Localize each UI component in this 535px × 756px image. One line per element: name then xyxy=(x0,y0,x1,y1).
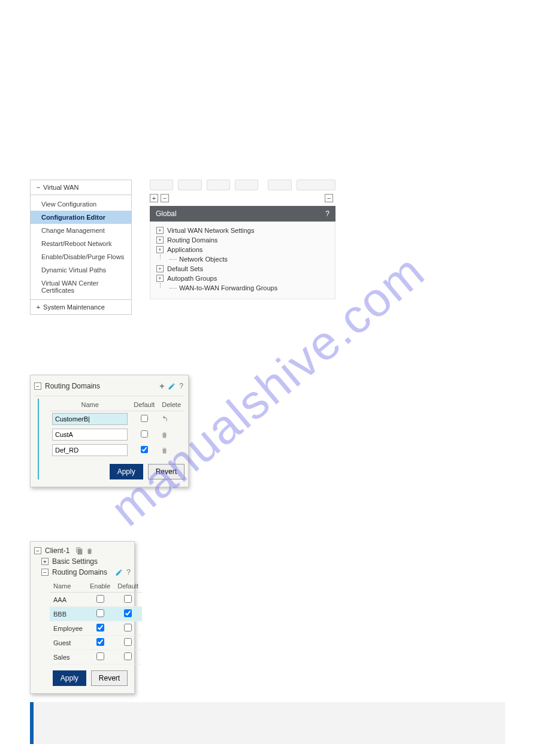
minus-icon[interactable]: − xyxy=(34,547,41,554)
revert-button[interactable]: Revert xyxy=(148,464,185,479)
default-checkbox[interactable] xyxy=(141,430,148,438)
tree-item-applications[interactable]: +Applications xyxy=(156,245,329,254)
client-title: Client-1 xyxy=(45,546,69,555)
undo-icon[interactable] xyxy=(161,415,182,423)
pencil-icon[interactable] xyxy=(115,569,123,576)
plus-icon: + xyxy=(35,303,41,311)
row-name: Employee xyxy=(50,621,86,636)
col-enable: Enable xyxy=(86,580,114,593)
minus-icon[interactable]: − xyxy=(41,569,49,576)
trash-icon[interactable] xyxy=(161,447,182,454)
sidebar-item-change-management[interactable]: Change Management xyxy=(31,224,131,237)
config-panel: + − − Global ? +Virtual WAN Network Sett… xyxy=(150,180,335,315)
sidebar-header-label: Virtual WAN xyxy=(43,184,78,191)
table-row xyxy=(50,427,185,442)
name-input[interactable] xyxy=(52,413,128,425)
toolbar-button[interactable] xyxy=(235,180,258,190)
routing-domains-title: Routing Domains xyxy=(45,382,100,390)
sidebar-item-restart-reboot[interactable]: Restart/Reboot Network xyxy=(31,237,131,250)
default-checkbox[interactable] xyxy=(124,652,132,660)
note-bar xyxy=(30,702,505,744)
toolbar-button[interactable] xyxy=(297,180,335,190)
sidebar-item-enable-disable-purge[interactable]: Enable/Disable/Purge Flows xyxy=(31,250,131,263)
minus-icon[interactable]: − xyxy=(34,382,41,390)
default-checkbox[interactable] xyxy=(141,415,148,422)
sidebar-footer[interactable]: + System Maintenance xyxy=(31,299,131,314)
trash-icon[interactable] xyxy=(161,431,182,439)
sidebar-nav: − Virtual WAN View Configuration Configu… xyxy=(30,180,132,315)
col-delete: Delete xyxy=(158,399,185,411)
default-checkbox[interactable] xyxy=(141,446,148,453)
apply-button[interactable]: Apply xyxy=(110,464,143,479)
help-icon[interactable]: ? xyxy=(179,382,183,390)
tree-label: Default Sets xyxy=(167,265,203,272)
tree-label: Virtual WAN Network Settings xyxy=(167,227,255,234)
col-name: Name xyxy=(50,580,86,593)
enable-checkbox[interactable] xyxy=(96,638,104,646)
enable-checkbox[interactable] xyxy=(96,652,104,660)
copy-icon[interactable] xyxy=(75,547,83,555)
table-row: Guest xyxy=(50,636,142,650)
default-checkbox[interactable] xyxy=(124,638,132,646)
panel-header[interactable]: Global ? xyxy=(150,206,335,221)
enable-checkbox[interactable] xyxy=(96,624,104,631)
panel-title: Global xyxy=(156,210,177,218)
sidebar-item-wan-center-certificates[interactable]: Virtual WAN Center Certificates xyxy=(31,277,131,297)
tree-item-network-objects[interactable]: Network Objects xyxy=(156,254,329,264)
routing-domains-table: Name Default Delete xyxy=(50,399,185,458)
tree-label: Applications xyxy=(167,246,202,253)
row-name: BBB xyxy=(50,607,86,621)
tree-item-wan-to-wan-forwarding[interactable]: WAN-to-WAN Forwarding Groups xyxy=(156,283,329,293)
enable-checkbox[interactable] xyxy=(96,595,104,603)
sidebar-item-view-configuration[interactable]: View Configuration xyxy=(31,198,131,211)
tree-label: Network Objects xyxy=(179,256,228,263)
tree-item-routing-domains[interactable]: +Routing Domains xyxy=(156,235,329,245)
add-button[interactable]: + xyxy=(159,381,164,391)
table-row: Sales xyxy=(50,650,142,664)
toolbar-button[interactable] xyxy=(178,180,201,190)
sidebar-header[interactable]: − Virtual WAN xyxy=(31,180,131,195)
toolbar-button[interactable] xyxy=(207,180,230,190)
tree-item-vwan-network-settings[interactable]: +Virtual WAN Network Settings xyxy=(156,226,329,235)
table-row: Employee xyxy=(50,621,142,636)
tree-label: Autopath Groups xyxy=(167,275,217,282)
routing-domains-editor: − Routing Domains + ? Name Default Delet… xyxy=(30,375,189,487)
toolbar-button[interactable] xyxy=(268,180,291,190)
plus-icon: + xyxy=(156,246,164,253)
row-name: Guest xyxy=(50,636,86,650)
help-icon[interactable]: ? xyxy=(325,210,330,218)
sidebar-item-configuration-editor[interactable]: Configuration Editor xyxy=(31,211,131,224)
default-checkbox[interactable] xyxy=(124,609,132,617)
tree-item-autopath-groups[interactable]: +Autopath Groups xyxy=(156,274,329,283)
collapse-right-button[interactable]: − xyxy=(325,194,333,202)
default-checkbox[interactable] xyxy=(124,595,132,603)
minus-icon: − xyxy=(35,184,41,191)
plus-icon[interactable]: + xyxy=(41,558,49,565)
toolbar-button[interactable] xyxy=(150,180,173,190)
tree-label: WAN-to-WAN Forwarding Groups xyxy=(179,284,277,292)
sidebar-item-dynamic-virtual-paths[interactable]: Dynamic Virtual Paths xyxy=(31,263,131,277)
col-default: Default xyxy=(114,580,142,593)
table-row: BBB xyxy=(50,607,142,621)
help-icon[interactable]: ? xyxy=(126,568,131,576)
pencil-icon[interactable] xyxy=(168,382,176,390)
default-checkbox[interactable] xyxy=(124,624,132,631)
row-name: Sales xyxy=(50,650,86,664)
trash-icon[interactable] xyxy=(86,547,93,555)
collapse-all-button[interactable]: − xyxy=(161,194,169,202)
tree-item-default-sets[interactable]: +Default Sets xyxy=(156,264,329,274)
name-input[interactable] xyxy=(52,429,128,441)
table-row: AAA xyxy=(50,593,142,607)
basic-settings-label[interactable]: Basic Settings xyxy=(52,557,98,566)
row-name: AAA xyxy=(50,593,86,607)
enable-checkbox[interactable] xyxy=(96,609,104,617)
plus-icon: + xyxy=(156,265,164,272)
expand-all-button[interactable]: + xyxy=(150,194,158,202)
revert-button[interactable]: Revert xyxy=(91,670,128,686)
client-routing-domains-table: Name Enable Default AAA BBB xyxy=(50,580,142,664)
routing-domains-label[interactable]: Routing Domains xyxy=(52,568,107,576)
client-card: − Client-1 + Basic Settings − Routing Do… xyxy=(30,541,135,694)
name-input[interactable] xyxy=(52,444,128,456)
sidebar-items: View Configuration Configuration Editor … xyxy=(31,195,131,299)
apply-button[interactable]: Apply xyxy=(53,670,86,686)
